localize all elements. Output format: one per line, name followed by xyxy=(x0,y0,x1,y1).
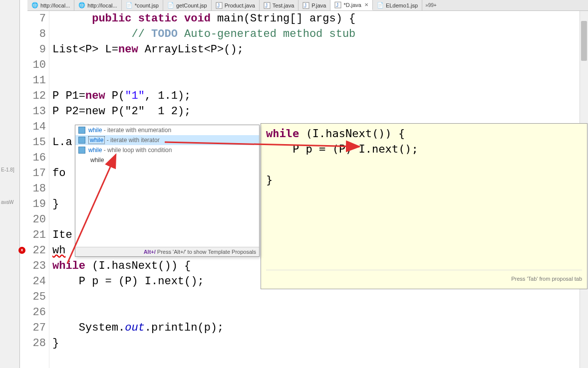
tab-label: http://local... xyxy=(40,2,70,8)
left-sidebar: E-1.8] avaW xyxy=(0,0,20,368)
tab-label: P.java xyxy=(311,2,326,8)
sidebar-text-jre: E-1.8] xyxy=(1,167,14,173)
code-line: P P1=new P("1", 1.1); xyxy=(52,88,579,104)
line-number: 10 xyxy=(27,57,46,73)
line-number: 15 xyxy=(27,135,46,150)
svg-text:J: J xyxy=(217,3,220,8)
svg-text:J: J xyxy=(336,2,338,8)
template-icon xyxy=(78,127,85,134)
tab-getcount-jsp[interactable]: 📄 getCount.jsp xyxy=(163,0,212,10)
line-number: x 22 xyxy=(27,243,46,258)
jsp-icon: 📄 xyxy=(167,2,174,9)
line-number: 14 xyxy=(27,119,46,135)
proposal-while-iterator[interactable]: while - iterate with iterator xyxy=(75,135,259,145)
line-number-gutter: 7 8 9 10 11 12 13 14 15 16 17 18 19 20 2… xyxy=(27,11,49,368)
tab-label: getCount.jsp xyxy=(176,2,207,8)
close-icon[interactable]: ✕ xyxy=(364,2,368,7)
error-icon[interactable]: x xyxy=(18,247,25,254)
line-number: 9 xyxy=(27,42,46,57)
tab-label: http://local... xyxy=(87,2,117,8)
proposal-while-condition[interactable]: while - while loop with condition xyxy=(75,145,259,155)
line-number: 11 xyxy=(27,73,46,88)
scrollbar-thumb[interactable] xyxy=(581,21,587,61)
code-line xyxy=(52,73,579,88)
svg-text:J: J xyxy=(304,3,306,8)
code-line: public static void main(String[] args) { xyxy=(52,11,579,26)
tab-label: ELdemo1.jsp xyxy=(386,2,418,8)
line-number: 16 xyxy=(27,150,46,166)
java-icon: J xyxy=(216,2,223,9)
line-number: 28 xyxy=(27,336,46,351)
template-icon xyxy=(78,137,85,144)
sidebar-text-javaw: avaW xyxy=(1,199,14,205)
content-assist-list: while - iterate with enumeration while -… xyxy=(75,125,259,247)
globe-icon: 🌐 xyxy=(78,2,85,9)
code-line: List<P> L=new ArrayList<P>(); xyxy=(52,42,579,57)
java-icon: J xyxy=(264,2,271,9)
code-line: } xyxy=(52,336,579,351)
line-number: 17 xyxy=(27,166,46,181)
java-icon: J xyxy=(334,1,341,8)
line-number: 27 xyxy=(27,320,46,336)
line-number: 25 xyxy=(27,289,46,305)
tab-product-java[interactable]: J Product.java xyxy=(212,0,260,10)
proposal-while-enumeration[interactable]: while - iterate with enumeration xyxy=(75,125,259,135)
proposal-while-keyword[interactable]: while xyxy=(75,155,259,165)
code-line: // TODO Auto-generated method stub xyxy=(52,26,579,42)
java-icon: J xyxy=(302,2,309,9)
code-line xyxy=(52,57,579,73)
line-number: 26 xyxy=(27,305,46,320)
tab-count-jsp[interactable]: 📄 *count.jsp xyxy=(122,0,163,10)
svg-text:J: J xyxy=(265,3,268,8)
code-line: System.out.println(p); xyxy=(52,320,579,336)
line-number: 8 xyxy=(27,26,46,42)
code-line xyxy=(52,305,579,320)
proposal-preview-code: while (I.hasNext()) { P p = (P) I.next()… xyxy=(266,126,582,270)
tab-d-java[interactable]: J *D.java ✕ xyxy=(330,0,372,10)
editor-tab-bar: 🌐 http://local... 🌐 http://local... 📄 *c… xyxy=(27,0,588,11)
tab-label: Test.java xyxy=(273,2,294,8)
jsp-icon: 📄 xyxy=(126,2,133,9)
proposal-doc-popup: while (I.hasNext()) { P p = (P) I.next()… xyxy=(261,123,588,289)
proposal-doc-footer: Press 'Tab' from proposal tab xyxy=(266,270,582,287)
tab-label: *D.java xyxy=(343,2,361,8)
tab-http-1[interactable]: 🌐 http://local... xyxy=(27,0,74,10)
tab-label: *count.jsp xyxy=(135,2,159,8)
line-number: 24 xyxy=(27,274,46,289)
line-number: 20 xyxy=(27,212,46,227)
tab-eldemo-jsp[interactable]: 📄 ELdemo1.jsp xyxy=(373,0,422,10)
content-assist-footer: Alt+/ Press 'Alt+/' to show Template Pro… xyxy=(75,247,259,256)
jsp-icon: 📄 xyxy=(377,2,384,9)
template-icon xyxy=(78,147,85,154)
line-number: 12 xyxy=(27,88,46,104)
code-line: P P2=new P("2" 1 2); xyxy=(52,104,579,119)
line-number: 23 xyxy=(27,258,46,274)
content-assist-popup: while - iterate with enumeration while -… xyxy=(75,125,260,257)
globe-icon: 🌐 xyxy=(31,2,38,9)
line-number: 21 xyxy=(27,227,46,243)
line-number: 13 xyxy=(27,104,46,119)
line-number: 19 xyxy=(27,196,46,212)
line-number: 18 xyxy=(27,181,46,196)
tab-test-java[interactable]: J Test.java xyxy=(260,0,298,10)
tab-p-java[interactable]: J P.java xyxy=(298,0,330,10)
code-line xyxy=(52,289,579,305)
tab-label: Product.java xyxy=(225,2,255,8)
line-number: 7 xyxy=(27,11,46,26)
tab-overflow-button[interactable]: »99+ xyxy=(422,0,440,10)
tab-http-2[interactable]: 🌐 http://local... xyxy=(74,0,121,10)
